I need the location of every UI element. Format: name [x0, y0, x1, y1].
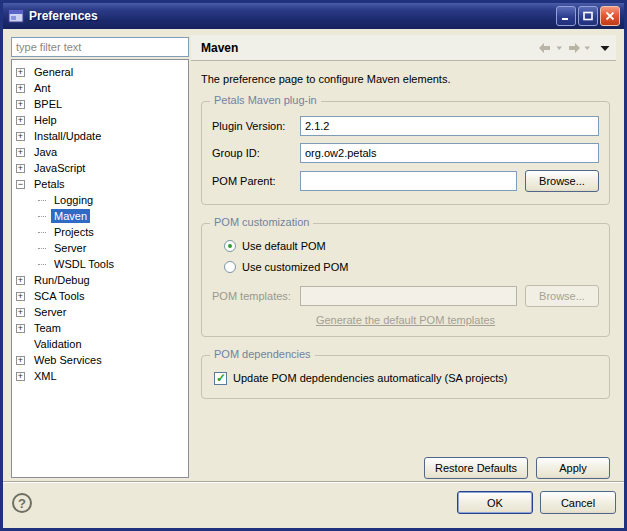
view-menu-icon — [600, 42, 610, 54]
title-bar[interactable]: Preferences — [3, 3, 624, 29]
tree-item-java[interactable]: Java — [12, 144, 188, 160]
tree-item-xml[interactable]: XML — [12, 368, 188, 384]
tree-item-team[interactable]: Team — [12, 320, 188, 336]
ok-button[interactable]: OK — [457, 491, 533, 514]
back-arrow-icon — [538, 42, 553, 54]
generate-pom-templates-link: Generate the default POM templates — [316, 314, 495, 326]
tree-item-petals-server[interactable]: Server — [12, 240, 188, 256]
preferences-tree: General Ant BPEL Help Install/Update Jav… — [11, 59, 189, 478]
close-icon — [605, 11, 615, 21]
expand-icon[interactable] — [16, 84, 25, 93]
expand-icon[interactable] — [16, 100, 25, 109]
tree-item-general[interactable]: General — [12, 64, 188, 80]
tree-connector — [38, 216, 46, 217]
tree-item-petals[interactable]: Petals — [12, 176, 188, 192]
page-description: The preference page to configure Maven e… — [201, 73, 616, 85]
forward-arrow-icon — [566, 42, 581, 54]
tree-connector — [38, 200, 46, 201]
group-pom-dependencies: POM dependencies Update POM depdendencie… — [201, 355, 610, 399]
plugin-version-field[interactable] — [300, 116, 599, 136]
radio-use-default-pom[interactable] — [224, 240, 236, 252]
preferences-dialog: Preferences General Ant BPEL — [0, 0, 627, 531]
cancel-button[interactable]: Cancel — [540, 491, 616, 514]
group-petals-maven-plugin: Petals Maven plug-in Plugin Version: Gro… — [201, 101, 610, 205]
expand-icon[interactable] — [16, 292, 25, 301]
forward-button[interactable] — [566, 42, 581, 54]
expand-icon[interactable] — [16, 276, 25, 285]
maximize-icon — [583, 11, 593, 21]
pom-templates-browse-button: Browse... — [525, 285, 599, 307]
selected-tree-item: Maven — [51, 209, 90, 223]
close-button[interactable] — [600, 6, 620, 26]
tree-connector — [38, 264, 46, 265]
preferences-icon — [8, 8, 24, 24]
group-title: POM dependencies — [210, 348, 315, 360]
expand-icon[interactable] — [16, 164, 25, 173]
view-menu-button[interactable] — [600, 42, 610, 54]
tree-item-javascript[interactable]: JavaScript — [12, 160, 188, 176]
page-title: Maven — [201, 41, 538, 55]
update-pom-dependencies-label: Update POM depdendencies automatically (… — [233, 372, 508, 384]
tree-connector — [38, 232, 46, 233]
filter-input[interactable] — [11, 37, 189, 57]
pom-parent-field[interactable] — [300, 171, 517, 191]
page-header: Maven — [191, 35, 616, 61]
tree-item-run-debug[interactable]: Run/Debug — [12, 272, 188, 288]
radio-use-default-pom-label: Use default POM — [242, 240, 326, 252]
tree-item-validation[interactable]: Validation — [12, 336, 188, 352]
group-title: Petals Maven plug-in — [210, 94, 321, 106]
dialog-footer: ? OK Cancel — [3, 481, 624, 528]
expand-icon[interactable] — [16, 148, 25, 157]
dialog-content: General Ant BPEL Help Install/Update Jav… — [3, 29, 624, 528]
pom-templates-field — [300, 286, 517, 306]
tree-item-projects[interactable]: Projects — [12, 224, 188, 240]
tree-item-install-update[interactable]: Install/Update — [12, 128, 188, 144]
expand-icon[interactable] — [16, 356, 25, 365]
tree-item-sca-tools[interactable]: SCA Tools — [12, 288, 188, 304]
preference-page: Maven — [191, 35, 616, 481]
tree-item-logging[interactable]: Logging — [12, 192, 188, 208]
group-id-label: Group ID: — [212, 147, 300, 159]
collapse-icon[interactable] — [16, 180, 25, 189]
update-pom-dependencies-checkbox[interactable] — [214, 372, 227, 385]
back-menu-icon[interactable] — [556, 42, 563, 54]
restore-defaults-button[interactable]: Restore Defaults — [424, 457, 528, 479]
expand-icon[interactable] — [16, 132, 25, 141]
tree-item-ant[interactable]: Ant — [12, 80, 188, 96]
pom-parent-browse-button[interactable]: Browse... — [525, 170, 599, 192]
tree-item-web-services[interactable]: Web Services — [12, 352, 188, 368]
pom-parent-label: POM Parent: — [212, 175, 300, 187]
tree-item-maven[interactable]: Maven — [12, 208, 188, 224]
group-pom-customization: POM customization Use default POM Use cu… — [201, 223, 610, 337]
minimize-button[interactable] — [556, 6, 576, 26]
window-title: Preferences — [29, 9, 554, 23]
apply-button[interactable]: Apply — [536, 457, 610, 479]
help-button[interactable]: ? — [12, 493, 32, 513]
pom-templates-label: POM templates: — [212, 290, 300, 302]
expand-icon[interactable] — [16, 68, 25, 77]
plugin-version-label: Plugin Version: — [212, 120, 300, 132]
radio-use-customized-pom-label: Use customized POM — [242, 261, 348, 273]
expand-icon[interactable] — [16, 372, 25, 381]
tree-connector — [38, 248, 46, 249]
group-id-field[interactable] — [300, 143, 599, 163]
tree-item-help[interactable]: Help — [12, 112, 188, 128]
group-title: POM customization — [210, 216, 313, 228]
minimize-icon — [561, 11, 571, 21]
expand-icon[interactable] — [16, 324, 25, 333]
radio-use-customized-pom[interactable] — [224, 261, 236, 273]
forward-menu-icon[interactable] — [584, 42, 591, 54]
back-button[interactable] — [538, 42, 553, 54]
maximize-button[interactable] — [578, 6, 598, 26]
tree-item-bpel[interactable]: BPEL — [12, 96, 188, 112]
expand-icon[interactable] — [16, 116, 25, 125]
tree-item-server[interactable]: Server — [12, 304, 188, 320]
tree-item-wsdl-tools[interactable]: WSDL Tools — [12, 256, 188, 272]
expand-icon[interactable] — [16, 308, 25, 317]
